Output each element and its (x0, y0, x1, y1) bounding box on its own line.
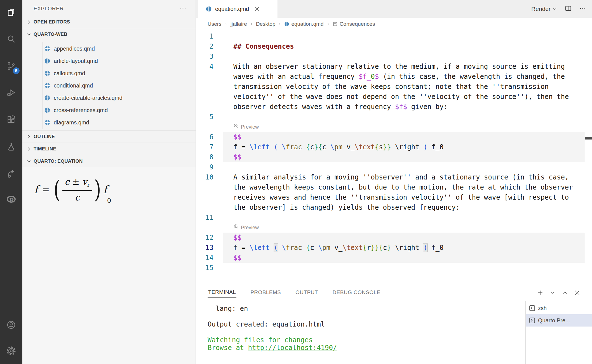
line-number: 9 (196, 162, 223, 172)
section-outline[interactable]: OUTLINE (22, 130, 196, 143)
file-tree-item[interactable]: cross-references.qmd (22, 104, 196, 116)
activity-bar: 5 R (0, 0, 22, 364)
terminal-list-item[interactable]: zsh (526, 302, 592, 314)
editor-line[interactable]: observer detects waves with a frequency … (196, 102, 592, 112)
panel-tab-bar: TERMINALPROBLEMSOUTPUTDEBUG CONSOLE (208, 284, 381, 301)
line-number: 14 (196, 253, 223, 263)
close-panel-icon[interactable] (572, 288, 582, 297)
editor-line[interactable]: 1 (196, 31, 592, 41)
line-number: 6 (196, 132, 223, 142)
breadcrumb-separator-icon (278, 22, 282, 26)
codelens-row: Preview (196, 223, 592, 233)
bottom-panel: TERMINALPROBLEMSOUTPUTDEBUG CONSOLE lang… (196, 284, 592, 364)
file-name: appendices.qmd (54, 46, 95, 52)
terminal-dropdown-icon[interactable] (548, 288, 557, 297)
codelens-preview-link[interactable]: Preview (241, 223, 259, 233)
terminal-output[interactable]: lang: en Output created: equation.html W… (196, 301, 525, 364)
editor-line[interactable]: 6$$ (196, 132, 592, 142)
editor-line[interactable]: 11 (196, 212, 592, 223)
breadcrumb-item[interactable]: Users (208, 21, 222, 27)
editor-line[interactable]: 2## Consequences (196, 41, 592, 51)
panel-tab-terminal[interactable]: TERMINAL (208, 287, 236, 298)
codelens-preview-link[interactable]: Preview (241, 122, 259, 132)
terminal-line: Browse at http://localhost:4190/ (208, 344, 525, 352)
terminal-list-item[interactable]: Quarto Pre... (526, 314, 592, 327)
r-language-icon[interactable]: R (4, 193, 18, 206)
extensions-icon[interactable] (4, 113, 18, 126)
editor-line[interactable]: waves with an actual frequency $f_0$ (in… (196, 72, 592, 82)
editor-more-actions-icon[interactable] (579, 5, 586, 13)
editor-line[interactable]: transmission velocity of the wave keeps … (196, 82, 592, 92)
editor-line[interactable]: 7f = \left ( \frac {c}{c \pm v_\text{s}}… (196, 142, 592, 152)
editor-line[interactable]: 10A similar analysis for a moving ''obse… (196, 172, 592, 182)
terminal-link[interactable]: http://localhost:4190/ (248, 344, 337, 352)
account-icon[interactable] (4, 318, 18, 332)
line-number: 10 (196, 172, 223, 182)
breadcrumb-item[interactable]: jjallaire (231, 21, 247, 27)
settings-gear-icon[interactable] (4, 344, 18, 358)
editor-line[interactable]: velocity'' of the wave does not depend o… (196, 92, 592, 102)
share-icon[interactable] (4, 166, 18, 180)
zoom-preview-icon (233, 223, 239, 233)
testing-flask-icon[interactable] (4, 140, 18, 153)
breadcrumb-item[interactable]: Desktop (256, 21, 276, 27)
line-number (196, 223, 223, 233)
section-open-editors[interactable]: OPEN EDITORS (22, 16, 196, 28)
overview-ruler[interactable] (585, 30, 592, 284)
editor-line[interactable]: 8$$ (196, 152, 592, 162)
editor-line[interactable]: 3 (196, 51, 592, 62)
editor-line[interactable]: 14$$ (196, 253, 592, 263)
editor-line[interactable]: 5 (196, 112, 592, 122)
codelens-row: Preview (196, 122, 592, 132)
line-number (196, 92, 223, 102)
render-button[interactable]: Render (531, 6, 557, 12)
editor-line[interactable]: receives waves and hence the ''transmiss… (196, 192, 592, 202)
breadcrumb-item[interactable]: Consequences (333, 21, 375, 27)
editor-line[interactable]: 4With an observer stationary relative to… (196, 62, 592, 72)
line-number (196, 192, 223, 202)
file-name: create-citeable-articles.qmd (54, 95, 123, 101)
editor-line[interactable]: the observer] is changed) yields the obs… (196, 202, 592, 212)
file-tree-item[interactable]: callouts.qmd (22, 67, 196, 79)
split-editor-icon[interactable] (565, 5, 572, 13)
breadcrumb-item[interactable]: equation.qmd (284, 21, 323, 27)
editor-line[interactable]: 13f = \left ( \frac {c \pm v_\text{r}}{c… (196, 243, 592, 253)
section-quarto-web[interactable]: QUARTO-WEB (22, 28, 196, 40)
quarto-file-icon (44, 70, 50, 76)
source-control-icon[interactable]: 5 (4, 59, 18, 73)
new-terminal-icon[interactable] (535, 288, 545, 297)
editor-group: equation.qmd Render UsersjjallaireDeskto… (196, 0, 592, 364)
maximize-panel-icon[interactable] (560, 288, 570, 297)
editor-line[interactable]: the wavelength keeps constant, but due t… (196, 182, 592, 192)
file-tree-item[interactable]: article-layout.qmd (22, 55, 196, 67)
line-number: 12 (196, 233, 223, 243)
file-tree-item[interactable]: appendices.qmd (22, 42, 196, 55)
terminal-line: Output created: equation.html (208, 320, 525, 328)
chevron-right-icon (26, 19, 32, 25)
tab-bar: equation.qmd Render (196, 0, 592, 18)
explorer-icon[interactable] (4, 6, 18, 19)
chevron-down-icon (26, 158, 32, 164)
code-editor[interactable]: 12## Consequences34With an observer stat… (196, 30, 592, 284)
panel-tab-problems[interactable]: PROBLEMS (250, 287, 281, 298)
terminal-list: zshQuarto Pre... (525, 301, 592, 364)
run-debug-icon[interactable] (4, 86, 18, 99)
line-number (196, 102, 223, 112)
file-tree-item[interactable]: conditional.qmd (22, 79, 196, 92)
search-icon[interactable] (4, 32, 18, 46)
editor-line[interactable]: 12$$ (196, 233, 592, 243)
section-timeline[interactable]: TIMELINE (22, 143, 196, 155)
explorer-more-actions-icon[interactable] (179, 4, 187, 12)
editor-line[interactable]: 9 (196, 162, 592, 172)
panel-tab-output[interactable]: OUTPUT (295, 287, 319, 298)
tab-equation-qmd[interactable]: equation.qmd (198, 0, 278, 18)
close-tab-icon[interactable] (253, 5, 261, 13)
equation-preview-panel: f = ( c ± vr c ) f 0 (22, 167, 196, 364)
panel-tab-debug-console[interactable]: DEBUG CONSOLE (332, 287, 381, 298)
quarto-file-icon (44, 58, 50, 64)
editor-line[interactable]: 15 (196, 263, 592, 273)
terminal-icon (529, 305, 535, 311)
file-tree-item[interactable]: diagrams.qmd (22, 116, 196, 129)
section-quarto-equation[interactable]: QUARTO: EQUATION (22, 155, 196, 167)
file-tree-item[interactable]: create-citeable-articles.qmd (22, 92, 196, 104)
